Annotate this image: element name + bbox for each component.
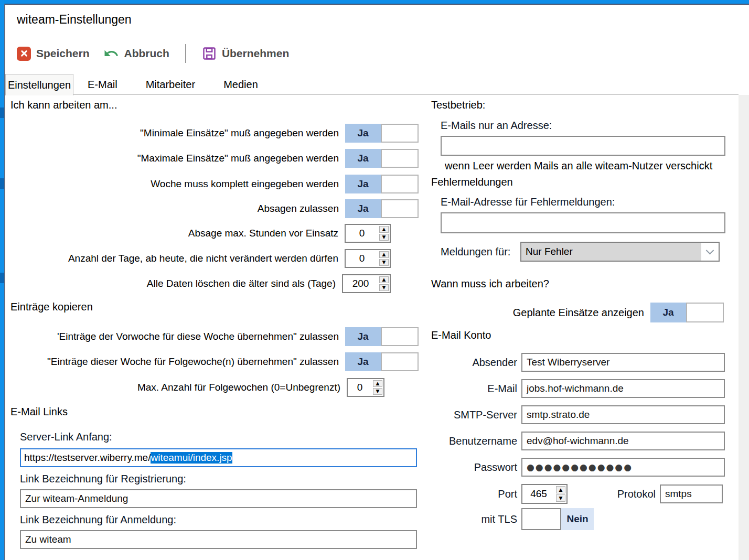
absender-label: Absender	[431, 357, 517, 369]
spin-up-button[interactable]: ▲	[379, 226, 389, 233]
up-triangle-icon: ▲	[382, 277, 386, 282]
section-wann-arbeiten: Wann muss ich arbeiten?	[431, 278, 549, 290]
smtp-server-label: SMTP-Server	[431, 409, 517, 421]
passwort-input[interactable]: ●●●●●●●●●●●●	[521, 458, 725, 477]
up-triangle-icon: ▲	[376, 381, 380, 386]
down-triangle-icon: ▼	[559, 496, 563, 501]
toggle-vorwoche-uebernehmen[interactable]: Ja	[345, 327, 419, 346]
spin-down-button[interactable]: ▼	[379, 284, 389, 291]
red-x-icon	[17, 47, 31, 61]
section-email-konto: E-Mail Konto	[431, 329, 491, 341]
toggle-nein-segment: Nein	[561, 508, 594, 530]
background-edge-mark	[0, 178, 4, 189]
smtp-server-input[interactable]	[521, 405, 725, 424]
spin-up-button[interactable]: ▲	[556, 486, 565, 493]
toggle-on-segment: Ja	[345, 199, 381, 218]
toggle-on-segment: Ja	[650, 303, 686, 322]
toggle-off-segment	[381, 327, 419, 346]
tab-mitarbeiter[interactable]: Mitarbeiter	[132, 74, 209, 95]
spin-down-button[interactable]: ▼	[373, 388, 382, 395]
meldungen-fuer-label: Meldungen für:	[441, 246, 510, 258]
spin-down-button[interactable]: ▼	[379, 234, 389, 241]
cancel-button-label: Abbruch	[124, 47, 169, 60]
dropdown-button[interactable]	[701, 243, 719, 261]
spin-up-button[interactable]: ▲	[373, 380, 382, 387]
window-title: witeam-Einstellungen	[17, 13, 132, 27]
save-button[interactable]: Speichern	[17, 47, 90, 61]
section-ich-kann-arbeiten: Ich kann arbeiten am...	[10, 99, 117, 111]
section-eintraege-kopieren: Einträge kopieren	[10, 301, 93, 313]
toggle-on-segment: Ja	[345, 175, 381, 193]
toggle-label: Woche muss komplett eingegeben werden	[151, 178, 339, 190]
email-input[interactable]	[521, 379, 725, 398]
down-triangle-icon: ▼	[376, 389, 380, 394]
passwort-label: Passwort	[431, 461, 517, 473]
fehler-email-input[interactable]	[441, 212, 725, 233]
mit-tls-label: mit TLS	[431, 513, 517, 525]
spinner-tage-nicht-veraendert[interactable]: 0 ▲ ▼	[345, 249, 391, 268]
toggle-minimale-einsaetze[interactable]: Ja	[345, 124, 419, 143]
spinner-value: 200	[343, 275, 378, 292]
background-edge-mark	[0, 107, 4, 118]
spinner-value: 0	[348, 379, 372, 396]
background-window-left-edge	[0, 0, 4, 560]
spinner-daten-loeschen[interactable]: 200 ▲ ▼	[342, 274, 391, 293]
spinner-absage-stunden[interactable]: 0 ▲ ▼	[345, 224, 391, 243]
port-spinner[interactable]: 465 ▲ ▼	[521, 484, 568, 504]
toggle-off-segment	[686, 303, 724, 322]
toggle-off-segment	[381, 175, 419, 193]
tab-email[interactable]: E-Mail	[73, 74, 132, 95]
toggle-folgewoche-uebernehmen[interactable]: Ja	[345, 352, 419, 371]
spinner-value: 0	[346, 250, 378, 267]
toggle-geplante-einsaetze[interactable]: Ja	[650, 303, 724, 322]
toggle-on-segment: Ja	[345, 327, 381, 346]
anmeldung-input[interactable]	[20, 530, 417, 549]
spinner-value: 465	[522, 485, 555, 503]
chevron-down-icon	[706, 246, 714, 254]
apply-button[interactable]: Übernehmen	[202, 46, 289, 61]
test-email-label: E-Mails nur an Adresse:	[441, 120, 552, 132]
background-window-top-edge	[0, 0, 749, 4]
toggle-off-segment	[381, 199, 419, 218]
tab-einstellungen[interactable]: Einstellungen	[5, 74, 73, 95]
up-triangle-icon: ▲	[382, 252, 386, 257]
spin-up-button[interactable]: ▲	[379, 276, 389, 283]
toolbar: Speichern Abbruch Übernehmen	[17, 41, 289, 66]
toggle-label: "Minimale Einsätze" muß angegeben werden	[140, 127, 339, 139]
anmeldung-label: Link Bezeichnung für Anmeldung:	[20, 514, 176, 526]
absender-input[interactable]	[521, 353, 725, 372]
witeam-settings-window: witeam-Einstellungen Speichern Abbruch	[4, 4, 749, 560]
protokol-label: Protokol	[568, 488, 656, 500]
server-link-input[interactable]: https://testserver.wiberry.me/witeamui/i…	[20, 448, 417, 467]
cancel-button[interactable]: Abbruch	[103, 46, 169, 61]
toggle-on-segment: Ja	[345, 352, 381, 371]
registrierung-input[interactable]	[20, 489, 417, 508]
section-email-links: E-Mail Links	[10, 406, 68, 418]
tls-toggle[interactable]: Nein	[521, 508, 594, 530]
spin-down-button[interactable]: ▼	[379, 259, 389, 266]
test-email-input[interactable]	[441, 136, 725, 156]
apply-button-label: Übernehmen	[222, 47, 289, 60]
save-button-label: Speichern	[36, 47, 90, 60]
protokol-input[interactable]	[660, 484, 723, 503]
toggle-absagen-zulassen[interactable]: Ja	[345, 199, 419, 218]
down-triangle-icon: ▼	[382, 235, 386, 240]
server-link-label: Server-Link Anfang:	[20, 431, 112, 443]
benutzername-input[interactable]	[521, 432, 725, 450]
tab-medien[interactable]: Medien	[209, 74, 272, 95]
fehler-email-label: E-Mail-Adresse für Fehlermeldungen:	[441, 196, 615, 208]
toggle-label: 'Einträge der Vorwoche für diese Woche ü…	[57, 331, 339, 342]
down-triangle-icon: ▼	[382, 285, 386, 290]
spin-down-button[interactable]: ▼	[556, 494, 565, 502]
background-edge-mark	[0, 273, 4, 283]
spinner-max-folgewochen[interactable]: 0 ▲ ▼	[347, 378, 384, 397]
toggle-woche-komplett[interactable]: Ja	[345, 175, 419, 193]
spinner-label: Max. Anzahl für Folgewochen (0=Unbegrenz…	[137, 382, 340, 393]
toggle-maximale-einsaetze[interactable]: Ja	[345, 149, 419, 168]
spin-up-button[interactable]: ▲	[379, 251, 389, 258]
email-label: E-Mail	[431, 383, 517, 395]
desktop: witeam-Einstellungen Speichern Abbruch	[0, 0, 749, 560]
section-fehlermeldungen: Fehlermeldungen	[431, 176, 513, 188]
meldungen-dropdown[interactable]: Nur Fehler	[520, 242, 720, 262]
floppy-disk-icon	[202, 46, 217, 61]
